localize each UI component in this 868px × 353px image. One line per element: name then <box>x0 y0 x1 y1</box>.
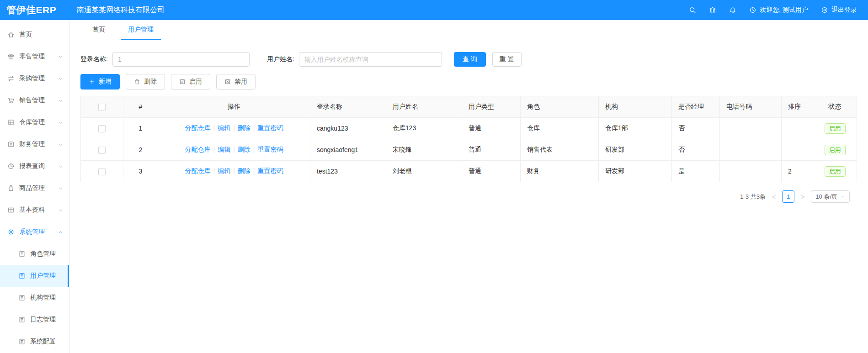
logout-button[interactable]: 退出登录 <box>821 6 857 14</box>
op-assign-warehouse-link[interactable]: 分配仓库 <box>185 146 211 153</box>
status-cell: 启用 <box>813 139 857 161</box>
tab-user-management[interactable]: 用户管理 <box>121 20 161 40</box>
select-all-checkbox[interactable] <box>98 104 106 111</box>
op-delete-link[interactable]: 删除 <box>238 146 250 153</box>
op-divider: | <box>253 124 255 132</box>
add-button[interactable]: 新增 <box>80 74 120 90</box>
op-reset-password-link[interactable]: 重置密码 <box>257 167 283 174</box>
sidebar-item[interactable]: 零售管理 <box>0 46 69 68</box>
page-size-select[interactable]: 10 条/页 <box>811 190 850 203</box>
user-name-cell: 刘老根 <box>386 161 462 182</box>
login-name-input[interactable] <box>112 52 250 67</box>
doc-icon <box>18 316 26 323</box>
op-delete-link[interactable]: 删除 <box>238 124 250 132</box>
basedata-icon <box>7 206 15 214</box>
sidebar-subitem[interactable]: 日志管理 <box>0 309 69 331</box>
sidebar-item-label: 销售管理 <box>19 96 58 105</box>
login-name-cell: test123 <box>310 161 386 182</box>
doc-icon <box>18 250 26 258</box>
sidebar-item[interactable]: 首页 <box>0 24 69 46</box>
table-row: 3分配仓库|编辑|删除|重置密码test123刘老根普通财务研发部是2启用 <box>81 161 857 182</box>
clock-icon <box>749 6 756 14</box>
user-table: #操作登录名称用户姓名用户类型角色机构是否经理电话号码排序状态 1分配仓库|编辑… <box>80 96 857 182</box>
page-number-button[interactable]: 1 <box>782 190 794 203</box>
reset-button[interactable]: 重 置 <box>492 52 522 67</box>
sidebar-item[interactable]: 销售管理 <box>0 90 69 111</box>
tab-home[interactable]: 首页 <box>85 20 112 40</box>
query-button[interactable]: 查 询 <box>454 52 486 67</box>
purchase-icon <box>7 75 15 82</box>
row-checkbox[interactable] <box>98 125 106 132</box>
op-edit-link[interactable]: 编辑 <box>218 167 230 174</box>
sidebar-item-label: 机构管理 <box>30 294 63 302</box>
header-actions: 欢迎您, 测试用户 退出登录 <box>689 6 868 14</box>
op-reset-password-link[interactable]: 重置密码 <box>257 124 283 132</box>
sidebar-item[interactable]: 商品管理 <box>0 177 69 199</box>
sidebar-item[interactable]: 报表查询 <box>0 155 69 177</box>
login-name-label: 登录名称: <box>80 55 108 63</box>
welcome-user[interactable]: 欢迎您, 测试用户 <box>749 6 808 14</box>
enable-button[interactable]: 启用 <box>171 74 210 90</box>
sidebar-item[interactable]: 系统管理 <box>0 221 69 243</box>
chevron-down-icon <box>58 142 63 147</box>
column-header: 用户类型 <box>462 96 521 118</box>
table-header-row: #操作登录名称用户姓名用户类型角色机构是否经理电话号码排序状态 <box>81 96 857 118</box>
next-page-button[interactable]: > <box>800 193 805 200</box>
user-type-cell: 普通 <box>462 118 521 139</box>
logout-icon <box>821 6 828 14</box>
sidebar-item[interactable]: 财务管理 <box>0 133 69 155</box>
sidebar-subitem[interactable]: 角色管理 <box>0 243 69 265</box>
table-row: 2分配仓库|编辑|删除|重置密码songxiaofeng1宋晓锋普通销售代表研发… <box>81 139 857 161</box>
chevron-down-icon <box>58 76 63 81</box>
sidebar-item[interactable]: 仓库管理 <box>0 111 69 133</box>
sidebar-subitem[interactable]: 用户管理 <box>0 265 69 287</box>
status-badge[interactable]: 启用 <box>825 145 846 155</box>
role-cell: 销售代表 <box>521 139 599 161</box>
search-form: 登录名称: 用户姓名: 查 询 重 置 <box>69 40 868 67</box>
sidebar-item-label: 采购管理 <box>19 74 58 83</box>
prev-page-button[interactable]: < <box>771 193 777 200</box>
check-square-icon <box>179 79 186 85</box>
login-name-cell: cangku123 <box>310 118 386 139</box>
row-select-cell <box>81 161 123 182</box>
row-index-cell: 1 <box>123 118 158 139</box>
disable-button[interactable]: 禁用 <box>216 74 256 90</box>
column-header: 操作 <box>158 96 310 118</box>
warehouse-icon <box>7 119 15 126</box>
search-icon[interactable] <box>689 6 696 14</box>
sort-cell <box>782 118 813 139</box>
role-cell: 财务 <box>521 161 599 182</box>
user-name-input[interactable] <box>299 52 442 67</box>
op-divider: | <box>213 146 215 153</box>
chevron-down-icon <box>58 208 63 213</box>
sidebar-item-label: 角色管理 <box>30 250 63 258</box>
sidebar: 首页零售管理采购管理销售管理仓库管理财务管理报表查询商品管理基本资料系统管理角色… <box>0 20 69 353</box>
bank-icon[interactable] <box>709 6 716 14</box>
sidebar-subitem[interactable]: 机构管理 <box>0 287 69 309</box>
op-reset-password-link[interactable]: 重置密码 <box>257 146 283 153</box>
row-checkbox[interactable] <box>98 147 106 154</box>
login-name-cell: songxiaofeng1 <box>310 139 386 161</box>
sidebar-item[interactable]: 基本资料 <box>0 199 69 221</box>
sidebar-subitem[interactable]: 系统配置 <box>0 331 69 353</box>
status-badge[interactable]: 启用 <box>825 123 846 134</box>
bell-icon[interactable] <box>729 6 736 14</box>
user-name-cell: 宋晓锋 <box>386 139 462 161</box>
sidebar-item[interactable]: 采购管理 <box>0 68 69 90</box>
op-assign-warehouse-link[interactable]: 分配仓库 <box>185 124 211 132</box>
status-badge[interactable]: 启用 <box>825 166 846 177</box>
delete-button[interactable]: 删除 <box>126 74 165 90</box>
op-edit-link[interactable]: 编辑 <box>218 146 230 153</box>
org-cell: 仓库1部 <box>599 118 672 139</box>
row-checkbox[interactable] <box>98 168 106 175</box>
op-delete-link[interactable]: 删除 <box>238 167 250 174</box>
home-icon <box>7 31 15 38</box>
op-assign-warehouse-link[interactable]: 分配仓库 <box>185 167 211 174</box>
is-manager-cell: 是 <box>672 161 720 182</box>
sidebar-item-label: 日志管理 <box>30 316 63 324</box>
sidebar-item-label: 系统管理 <box>19 228 58 236</box>
row-actions-cell: 分配仓库|编辑|删除|重置密码 <box>158 139 310 161</box>
doc-icon <box>18 338 26 345</box>
op-edit-link[interactable]: 编辑 <box>218 124 230 132</box>
doc-icon <box>18 272 26 279</box>
